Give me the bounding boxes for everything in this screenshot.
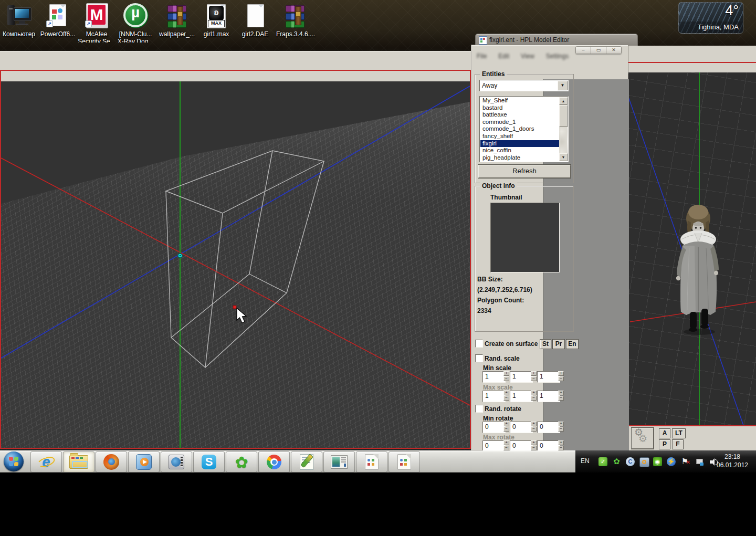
surface-button-st[interactable]: St: [540, 339, 551, 349]
entities-listbox[interactable]: My_Shelf bastard battleaxe commode_1 com…: [479, 96, 569, 162]
spin-up-icon[interactable]: +: [531, 422, 537, 426]
clock-date: 06.01.2012: [713, 461, 752, 469]
rand-rotate-checkbox[interactable]: [475, 405, 483, 413]
spin-up-icon[interactable]: +: [558, 371, 564, 376]
refresh-button[interactable]: Refresh: [478, 165, 571, 178]
right-toolbar-strip: [628, 46, 756, 62]
category-dropdown[interactable]: Away ▼: [479, 80, 569, 91]
preview-button-a[interactable]: A: [659, 428, 670, 438]
clock[interactable]: 23:18 06.01.2012: [713, 453, 752, 469]
language-indicator[interactable]: EN: [581, 457, 590, 465]
start-button[interactable]: [4, 451, 24, 471]
preview-viewport[interactable]: [628, 72, 756, 425]
list-item[interactable]: battleaxe: [480, 111, 559, 119]
image-viewer-icon: [331, 455, 348, 469]
menu-file[interactable]: File: [477, 52, 487, 61]
taskbar-notepad-plus-plus[interactable]: [291, 451, 322, 472]
rand-rotate-label: Rand. rotate: [485, 405, 521, 413]
action-center-tray-icon[interactable]: ⚑✕: [680, 457, 689, 466]
dropdown-arrow-icon[interactable]: ▼: [558, 81, 568, 90]
desktop-icon-mcafee[interactable]: M ↗ McAfee Security Se...: [78, 3, 116, 43]
close-button[interactable]: ✕: [606, 47, 621, 54]
min-rotate-label: Min rotate: [483, 415, 513, 422]
download-manager-tray-icon[interactable]: ⚡: [667, 457, 676, 466]
taskbar-windows-explorer-active[interactable]: [63, 451, 94, 472]
spin-down-icon[interactable]: −: [503, 427, 509, 432]
object-info-group: Object info Thumbnail BB Size: (2.249,7.…: [475, 186, 574, 332]
taskbar-media-player[interactable]: [128, 451, 160, 472]
desktop-icon-computer[interactable]: Компьютер: [0, 3, 38, 38]
list-item[interactable]: commode_1_doors: [480, 125, 559, 133]
desktop-icon-fraps[interactable]: Fraps.3.4.6....: [276, 3, 314, 38]
menu-view[interactable]: View: [521, 52, 534, 61]
skype-icon: S: [202, 455, 216, 469]
taskbar-image-viewer[interactable]: [323, 451, 355, 472]
skype-tray-icon[interactable]: ✓: [598, 457, 607, 466]
spin-up-icon[interactable]: +: [531, 371, 537, 376]
icq-tray-icon[interactable]: ✿: [612, 457, 621, 466]
spin-down-icon[interactable]: −: [531, 376, 537, 381]
spin-down-icon[interactable]: −: [531, 427, 537, 432]
taskbar-hpl-editor-2[interactable]: [388, 451, 420, 472]
list-item[interactable]: fancy_shelf: [480, 133, 559, 140]
max-rotate-label: Max rotate: [483, 434, 514, 441]
winrar-icon-2: [282, 3, 308, 28]
network-tray-icon[interactable]: [695, 457, 704, 466]
list-scrollbar[interactable]: ▲ ▼: [559, 97, 568, 161]
rand-scale-checkbox[interactable]: [475, 354, 483, 362]
gear-settings-button[interactable]: ⚙ ⚙: [632, 428, 654, 449]
taskbar-skype[interactable]: S: [193, 451, 225, 472]
utorrent-tray-icon[interactable]: [639, 457, 649, 467]
taskbar-firefox[interactable]: [96, 451, 127, 472]
preview-button-lt[interactable]: LT: [672, 428, 686, 438]
gear-icon-2: ⚙: [638, 433, 647, 444]
shortcut-arrow-icon: ↗: [85, 20, 92, 27]
menu-settings[interactable]: Settings: [546, 52, 569, 61]
spin-down-icon: −: [558, 396, 564, 401]
spin-down-icon[interactable]: −: [558, 427, 564, 432]
taskbar-chrome[interactable]: [258, 451, 290, 472]
list-item[interactable]: My_Shelf: [480, 97, 559, 104]
nvidia-tray-icon[interactable]: ◉: [653, 457, 662, 466]
mcafee-icon: M ↗: [84, 3, 109, 28]
desktop-icon-label: [NNM-Clu...: [117, 30, 154, 38]
list-item[interactable]: pig_headplate: [480, 154, 559, 161]
list-item[interactable]: bastard: [480, 104, 559, 112]
menu-edit[interactable]: Edit: [498, 52, 509, 61]
list-item[interactable]: nice_coffin: [480, 147, 559, 154]
surface-button-en[interactable]: En: [566, 339, 579, 349]
window-title: fixgirl.ent - HPL Model Editor: [489, 36, 569, 44]
desktop-icon-nnm-club[interactable]: µ [NNM-Clu... X-Ray Dog...: [117, 3, 154, 43]
scroll-up-icon[interactable]: ▲: [559, 97, 568, 105]
taskbar-media-player-classic[interactable]: [161, 451, 192, 472]
spin-down-icon[interactable]: −: [558, 376, 564, 381]
taskbar-hpl-editor[interactable]: [356, 451, 387, 472]
desktop-icon-girl2-dae[interactable]: girl2.DAE: [236, 3, 274, 38]
taskbar-internet-explorer[interactable]: e: [30, 451, 62, 472]
polygon-count-value: 2334: [477, 307, 491, 314]
spin-up-icon[interactable]: +: [503, 422, 509, 426]
spin-up-icon[interactable]: +: [503, 371, 509, 376]
weather-gadget[interactable]: 4° Tighina, MDA: [678, 2, 743, 34]
preview-button-p[interactable]: P: [659, 439, 670, 449]
taskbar-icq[interactable]: ✿: [226, 451, 257, 472]
desktop-icon-wallpaper[interactable]: wallpaper_...: [158, 3, 196, 38]
list-item[interactable]: commode_1: [480, 119, 559, 126]
list-item-selected[interactable]: fixgirl: [480, 140, 559, 148]
create-on-surface-checkbox[interactable]: [475, 340, 483, 348]
desktop-icon-girl1-max[interactable]: ʚ MAX girl1.max: [197, 3, 235, 38]
folder-icon: [69, 455, 88, 469]
preview-button-f[interactable]: F: [672, 439, 684, 449]
maximize-button[interactable]: ▭: [591, 47, 606, 54]
chrome-icon: [267, 455, 281, 469]
surface-button-pr[interactable]: Pr: [552, 339, 565, 349]
spin-down-icon[interactable]: −: [503, 376, 509, 381]
spin-up-icon[interactable]: +: [558, 422, 564, 426]
bitcomet-tray-icon[interactable]: C: [626, 457, 635, 466]
document-image-icon: ↗: [45, 3, 70, 28]
desktop-icon-poweroff[interactable]: ↗ PowerOff6...: [39, 3, 77, 38]
scrollbar-thumb[interactable]: [559, 105, 568, 127]
scroll-down-icon[interactable]: ▼: [559, 153, 568, 161]
main-viewport[interactable]: [0, 70, 471, 449]
viewport-canvas[interactable]: [1, 81, 470, 448]
